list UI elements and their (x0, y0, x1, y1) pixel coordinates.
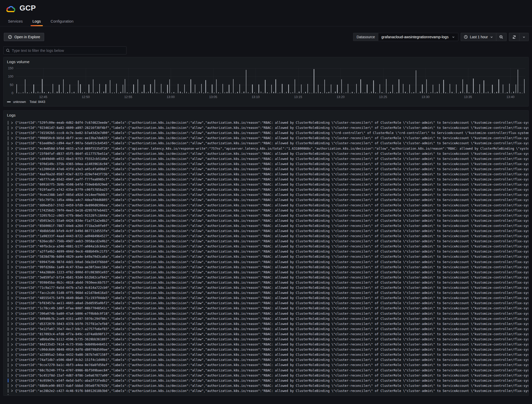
log-row[interactable]: {"insertId":"1c78cc49-1d8f-4faa-808f-08b… (4, 306, 528, 311)
legend-item-unknown[interactable]: unknown Total: 8443 (7, 100, 45, 104)
expand-chevron-icon[interactable] (11, 369, 13, 372)
expand-chevron-icon[interactable] (11, 302, 13, 305)
log-row[interactable]: {"insertId":"529fc00e-eeab-4d82-8df4-7c6… (4, 120, 528, 125)
tab-configuration[interactable]: Configuration (50, 18, 74, 26)
log-row[interactable]: {"insertId":"a8b6a59e-b112-4596-b735-362… (4, 337, 528, 342)
expand-chevron-icon[interactable] (11, 276, 13, 279)
log-row[interactable]: {"insertId":"40fbcbca-a346-4881-b17f-a08… (4, 244, 528, 249)
log-row[interactable]: {"insertId":"8560081f-7887-44e8-a264-f71… (4, 223, 528, 228)
log-row[interactable]: {"insertId":"970d149c-375b-4365-b0ea-a14… (4, 161, 528, 167)
expand-chevron-icon[interactable] (11, 188, 13, 191)
tab-services[interactable]: Services (7, 18, 23, 26)
expand-chevron-icon[interactable] (11, 374, 13, 377)
log-filter-input[interactable] (12, 49, 124, 53)
log-row[interactable]: {"insertId":"ec4e858d-bfdd-4833-a7cd-889… (4, 146, 528, 151)
expand-chevron-icon[interactable] (11, 214, 13, 217)
log-row[interactable]: {"insertId":"d5372079-5043-4378-b5f0-757… (4, 321, 528, 326)
expand-chevron-icon[interactable] (11, 281, 13, 284)
log-row[interactable]: {"insertId":"923461d7-8a82-4609-a897-282… (4, 125, 528, 130)
log-row[interactable]: {"insertId":"a2ffa4b2-4699-404d-9ec6-488… (4, 249, 528, 254)
log-row[interactable]: {"insertId":"bc451f8d-15af-4d87-8f86-1e0… (4, 373, 528, 378)
expand-chevron-icon[interactable] (11, 255, 13, 258)
expand-chevron-icon[interactable] (11, 178, 13, 181)
log-row[interactable]: {"insertId":"68c7b240-7f7a-4707-8986-8bf… (4, 368, 528, 373)
expand-chevron-icon[interactable] (11, 132, 13, 134)
log-row[interactable]: {"insertId":"959845ba-0b2c-4818-abdd-703… (4, 280, 528, 285)
expand-chevron-icon[interactable] (11, 183, 13, 186)
log-row[interactable]: {"insertId":"99fd266e-1a49-4c47-93aa-ae3… (4, 265, 528, 270)
log-row[interactable]: {"insertId":"4b8bb5dd-bfe9-4c0f-b49d-867… (4, 228, 528, 234)
expand-chevron-icon[interactable] (11, 359, 13, 361)
expand-chevron-icon[interactable] (11, 219, 13, 222)
log-row[interactable]: {"insertId":"bf83457a-ae11-4603-a8ad-2bd… (4, 301, 528, 306)
log-row[interactable]: {"insertId":"69947546-987d-4dd1-b0ad-3da… (4, 259, 528, 265)
expand-chevron-icon[interactable] (11, 147, 13, 150)
expand-chevron-icon[interactable] (11, 245, 13, 248)
expand-chevron-icon[interactable] (11, 286, 13, 289)
expand-chevron-icon[interactable] (11, 168, 13, 170)
log-row[interactable]: {"insertId":"ac28b2e2-c427-4c46-91f6-b80… (4, 388, 528, 393)
expand-chevron-icon[interactable] (11, 322, 13, 325)
expand-chevron-icon[interactable] (11, 199, 13, 201)
log-row[interactable]: {"insertId":"23f84faf-d837-45f5-864f-d11… (4, 151, 528, 156)
expand-chevron-icon[interactable] (11, 173, 13, 176)
log-row[interactable]: {"insertId":"4aaf6a2d-0587-43e7-8273-d29… (4, 172, 528, 177)
expand-chevron-icon[interactable] (11, 162, 13, 165)
log-row[interactable]: {"insertId":"3e859fa7-b714-4b81-93d4-b52… (4, 275, 528, 280)
expand-chevron-icon[interactable] (11, 261, 13, 263)
log-row[interactable]: {"insertId":"b5c79f3c-1d5a-408a-a4c7-4de… (4, 197, 528, 203)
datasource-select[interactable]: grafanacloud-awsintegrationrevamp-logs (378, 33, 458, 41)
log-row[interactable]: {"insertId":"44a288d4-1223-4f62-800d-07c… (4, 270, 528, 275)
expand-chevron-icon[interactable] (11, 348, 13, 351)
log-row[interactable]: {"insertId":"a22895a2-54ba-4432-9a88-387… (4, 352, 528, 357)
expand-chevron-icon[interactable] (11, 379, 13, 382)
log-row[interactable]: {"insertId":"174256d2-70f0-4ee3-be18-d29… (4, 208, 528, 213)
log-row[interactable]: {"insertId":"dd0ed5b7-37d2-4459-bfd9-de8… (4, 203, 528, 208)
log-row[interactable]: {"insertId":"1a98333f-4aad-4443-8722-ad0… (4, 234, 528, 239)
expand-chevron-icon[interactable] (11, 235, 13, 238)
log-row[interactable]: {"insertId":"facc2cd4-51d8-4ff5-968d-e21… (4, 290, 528, 295)
log-row[interactable]: {"insertId":"9cce7279-ba1c-4bf3-a4ea-8e7… (4, 362, 528, 368)
expand-chevron-icon[interactable] (11, 343, 13, 346)
log-row[interactable]: {"insertId":"919faaf3-e742-435e-87f9-c06… (4, 187, 528, 192)
log-row[interactable]: {"insertId":"817093c4-efd8-4f7a-849c-cd7… (4, 332, 528, 337)
log-row[interactable]: {"insertId":"84d135d3-7414-4c73-956b-9d6… (4, 342, 528, 347)
log-row[interactable]: {"insertId":"d5053e21-55a0-4426-834e-f1a… (4, 218, 528, 223)
log-row[interactable]: {"insertId":"32057b12-c065-47fb-86e5-915… (4, 213, 528, 218)
expand-chevron-icon[interactable] (11, 142, 13, 145)
log-row[interactable]: {"insertId":"c00dc6d4-0848-4910-8df8-d80… (4, 347, 528, 352)
refresh-interval-dropdown[interactable] (519, 33, 529, 41)
expand-chevron-icon[interactable] (11, 152, 13, 155)
log-row[interactable]: {"insertId":"e1200410-47e6-43fd-a3e3-a45… (4, 167, 528, 172)
expand-chevron-icon[interactable] (11, 292, 13, 294)
expand-chevron-icon[interactable] (11, 204, 13, 207)
expand-chevron-icon[interactable] (11, 266, 13, 268)
expand-chevron-icon[interactable] (11, 312, 13, 315)
expand-chevron-icon[interactable] (11, 224, 13, 227)
expand-chevron-icon[interactable] (11, 240, 13, 243)
log-row[interactable]: {"insertId":"eb777cab-65d2-494f-aaff-f77… (4, 177, 528, 182)
expand-chevron-icon[interactable] (11, 328, 13, 330)
log-row[interactable]: {"insertId":"849d0b7b-2ce9-4351-a497-597… (4, 316, 528, 321)
log-row[interactable]: {"insertId":"390a074b-ba80-47a4-b806-e7f… (4, 311, 528, 316)
log-row[interactable]: {"insertId":"48555475-54f9-4649-86e8-71c… (4, 295, 528, 301)
expand-chevron-icon[interactable] (11, 307, 13, 310)
log-row[interactable]: {"insertId":"74af1db7-e506-4b6f-8cb2-151… (4, 357, 528, 362)
expand-chevron-icon[interactable] (11, 317, 13, 320)
expand-chevron-icon[interactable] (11, 353, 13, 356)
log-row[interactable]: {"insertId":"4c05947c-e54f-4e5d-bdfc-aba… (4, 378, 528, 383)
expand-chevron-icon[interactable] (11, 157, 13, 160)
log-row[interactable]: {"insertId":"626ecdb7-756b-49d7-aeb3-395… (4, 239, 528, 244)
log-row[interactable] (4, 393, 528, 395)
tab-logs[interactable]: Logs (32, 18, 42, 26)
log-row[interactable]: {"insertId":"68b0ce90-8937-4abf-bbbd-395… (4, 383, 528, 388)
log-row[interactable]: {"insertId":"998850c0-bb5d-4bf7-acec-ee1… (4, 136, 528, 141)
log-row[interactable]: {"insertId":"9cee2388-1ebf-485d-a92d-2e1… (4, 192, 528, 197)
log-row[interactable]: {"insertId":"609167f5-3b9b-4508-b4fd-f59… (4, 182, 528, 187)
expand-chevron-icon[interactable] (11, 271, 13, 274)
expand-chevron-icon[interactable] (11, 364, 13, 367)
log-row[interactable]: {"insertId":"71c9a177-0a5d-447b-a7a3-4c6… (4, 285, 528, 290)
expand-chevron-icon[interactable] (11, 137, 13, 140)
expand-chevron-icon[interactable] (11, 194, 13, 196)
log-row[interactable]: {"insertId":"7d1502b5-ccc8-4c7e-be82-b7a… (4, 130, 528, 136)
